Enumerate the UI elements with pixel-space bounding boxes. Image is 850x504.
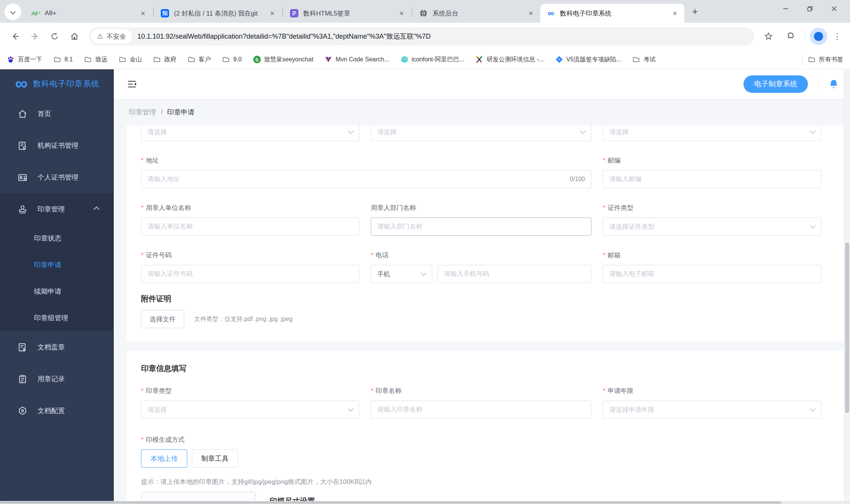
seal-name-input[interactable] — [377, 406, 585, 413]
globe-favicon-icon — [419, 9, 428, 18]
breadcrumb: 印章管理 / 印章申请 — [127, 99, 850, 125]
back-button[interactable] — [5, 27, 25, 46]
close-window-button[interactable] — [822, 0, 846, 17]
local-upload-tab[interactable]: 本地上传 — [141, 449, 187, 468]
region-select-1[interactable]: 请选择 — [141, 125, 359, 141]
document-favicon-icon — [290, 9, 299, 18]
app-logo: ∞ 数科电子印章系统 — [0, 69, 113, 98]
sidebar-subitem-seal-group[interactable]: 印章组管理 — [0, 305, 113, 331]
vertical-scrollbar-thumb[interactable] — [845, 243, 849, 413]
sidebar-subitem-seal-apply[interactable]: 印章申请 — [0, 252, 113, 278]
bookmark-v5-defects[interactable]: V5流版签专项缺陷... — [555, 56, 621, 64]
extensions-icon[interactable] — [781, 27, 800, 46]
bookmark-env-info[interactable]: 研发公测环境信息 -... — [475, 56, 544, 64]
region-select-2[interactable]: 请选择 — [371, 125, 591, 141]
horizontal-scrollbar[interactable] — [0, 501, 850, 504]
gen-mode-label: *印模生成方式 — [141, 435, 830, 444]
tab-close-icon[interactable]: × — [397, 8, 406, 18]
browser-tab[interactable]: 系统后台 × — [413, 4, 540, 23]
security-chip[interactable]: ⚠ 不安全 — [91, 29, 132, 44]
sidebar-item-home[interactable]: 首页 — [0, 98, 113, 130]
profile-avatar[interactable] — [810, 28, 827, 45]
cert-type-label: *证件类型 — [603, 203, 821, 212]
forward-button[interactable] — [25, 27, 45, 46]
org-name-field-wrap — [141, 218, 359, 236]
dept-name-input[interactable] — [377, 223, 585, 230]
restore-button[interactable] — [798, 0, 822, 17]
breadcrumb-seal-management[interactable]: 印章管理 — [129, 108, 156, 117]
new-tab-button[interactable]: + — [687, 4, 703, 19]
browser-tab[interactable]: A8⁺ A8+ × — [25, 4, 152, 23]
sidebar-item-doc-config[interactable]: 文档配置 — [0, 395, 113, 427]
bookmark-folder[interactable]: 考试 — [632, 56, 656, 64]
vertical-scrollbar[interactable] — [844, 69, 850, 501]
sidebar-group-seal-management: 印章管理 印章状态 印章申请 续期申请 印章组管理 — [0, 193, 113, 331]
seeyon-icon: S — [253, 56, 261, 63]
bookmark-mvn-search[interactable]: Mvn Code Search... — [325, 56, 389, 63]
seal-tool-tab[interactable]: 制章工具 — [192, 449, 238, 468]
horizontal-scrollbar-thumb[interactable] — [0, 501, 781, 504]
email-field-wrap — [603, 265, 821, 283]
email-input[interactable] — [609, 270, 815, 278]
browser-menu-icon[interactable]: ⋮ — [830, 31, 845, 41]
region-select-3[interactable]: 请选择 — [603, 125, 821, 141]
bookmark-all-bookmarks[interactable]: 所有书签 — [808, 56, 843, 64]
sidebar-item-seal-records[interactable]: 用章记录 — [0, 363, 113, 395]
sidebar-fold-icon[interactable] — [124, 77, 140, 92]
apply-years-select[interactable]: 请选择申请年限 — [603, 401, 821, 419]
tab-close-icon[interactable]: × — [138, 8, 148, 18]
home-button[interactable] — [64, 27, 84, 46]
bookmark-folder[interactable]: 政府 — [153, 56, 176, 64]
zipcode-input[interactable] — [609, 175, 815, 183]
bookmark-iconfont[interactable]: iconfont-阿里巴巴... — [401, 56, 464, 64]
bookmark-star-button[interactable] — [759, 27, 778, 46]
seal-size-settings-title: 印模尺寸设置 — [270, 496, 315, 501]
cert-no-field-wrap — [141, 265, 359, 283]
sidebar-subitem-renewal-apply[interactable]: 续期申请 — [0, 278, 113, 305]
bookmark-folder[interactable]: 金山 — [119, 56, 142, 64]
org-name-input[interactable] — [147, 223, 353, 230]
seal-type-select[interactable]: 请选择 — [141, 401, 359, 419]
zipcode-field-wrap — [603, 170, 821, 188]
browser-tab[interactable]: 数科HTML5签章 × — [284, 4, 411, 23]
personal-certificate-icon — [17, 172, 28, 183]
sidebar-item-personal-cert[interactable]: 个人证书管理 — [0, 161, 113, 193]
infinity-favicon-icon: ∞ — [546, 9, 555, 18]
address-input[interactable] — [147, 175, 570, 183]
choose-file-button[interactable]: 选择文件 — [141, 310, 184, 328]
bookmark-baidu[interactable]: 百度一下 — [7, 56, 42, 64]
seal-making-system-button[interactable]: 电子制章系统 — [743, 75, 808, 93]
bookmark-folder[interactable]: 客户 — [188, 56, 211, 64]
url-bar[interactable]: ⚠ 不安全 10.1.101.92/sealWeb/fillapplicatio… — [89, 27, 754, 45]
tab-close-icon[interactable]: × — [670, 8, 680, 18]
seal-name-label: *印章名称 — [371, 387, 591, 395]
bookmark-folder[interactable]: 8.1 — [53, 56, 73, 63]
chevron-down-icon — [421, 270, 427, 276]
folder-icon — [153, 56, 161, 63]
url-text[interactable]: 10.1.101.92/sealWeb/fillapplication?deta… — [137, 32, 431, 41]
refresh-button[interactable] — [45, 27, 64, 46]
notification-bell-icon[interactable] — [828, 78, 839, 90]
bookmark-folder[interactable]: 9.0 — [222, 56, 242, 63]
sidebar-item-org-cert[interactable]: 机构证书管理 — [0, 130, 113, 161]
phone-input[interactable] — [444, 270, 585, 278]
tab-list-button[interactable] — [5, 3, 21, 20]
seal-image-upload-dropzone[interactable] — [141, 491, 256, 501]
sidebar-item-seal-management[interactable]: 印章管理 — [0, 193, 113, 225]
sidebar-subitem-seal-status[interactable]: 印章状态 — [0, 225, 113, 252]
tab-close-icon[interactable]: × — [267, 8, 277, 18]
cert-no-input[interactable] — [147, 270, 353, 278]
bookmark-folder[interactable]: 致远 — [84, 56, 107, 64]
browser-toolbar: ⚠ 不安全 10.1.101.92/sealWeb/fillapplicatio… — [0, 23, 850, 50]
sidebar-item-doc-stamp[interactable]: 文档盖章 — [0, 331, 113, 363]
cert-no-label: *证件号码 — [141, 251, 359, 260]
chevron-up-icon — [94, 206, 100, 212]
bookmark-seeyonchat[interactable]: S 致慧泉seeyonchat — [253, 56, 314, 64]
minimize-button[interactable] — [773, 0, 798, 17]
cert-type-select[interactable]: 请选择证件类型 — [603, 218, 821, 236]
browser-tab[interactable]: 知 (2 封私信 / 11 条消息) 我在git × — [154, 4, 282, 23]
phone-type-select[interactable]: 手机 — [371, 265, 432, 283]
tab-close-icon[interactable]: × — [526, 8, 536, 18]
browser-tab-active[interactable]: ∞ 数科电子印章系统 × — [540, 4, 684, 23]
seal-name-field-wrap — [371, 401, 591, 419]
